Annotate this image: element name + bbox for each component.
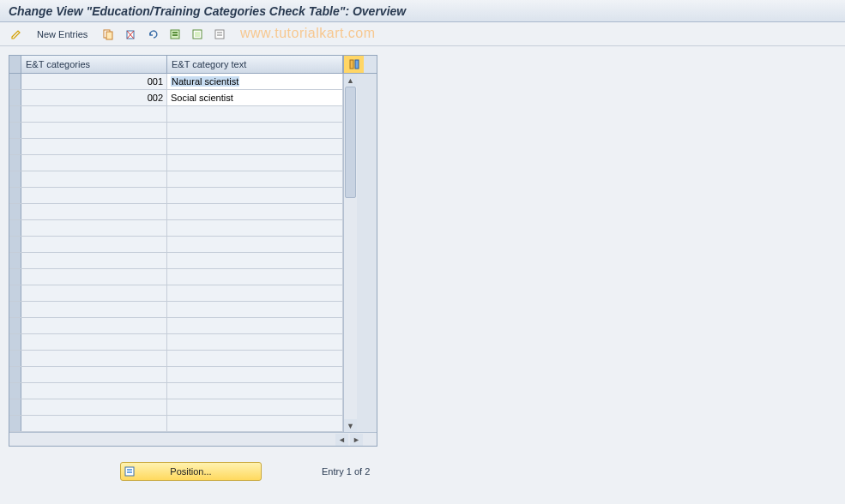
cell-category[interactable] bbox=[21, 351, 167, 366]
cell-category[interactable] bbox=[21, 171, 167, 187]
change-icon[interactable] bbox=[7, 26, 26, 43]
table-row[interactable] bbox=[9, 253, 343, 269]
table-row[interactable] bbox=[9, 188, 343, 204]
column-header-category-text[interactable]: E&T category text bbox=[167, 56, 343, 73]
row-selector[interactable] bbox=[9, 285, 21, 301]
table-row[interactable] bbox=[9, 399, 343, 416]
table-row[interactable] bbox=[9, 416, 343, 432]
table-row[interactable] bbox=[9, 123, 343, 139]
row-selector[interactable] bbox=[9, 155, 21, 171]
deselect-all-icon[interactable] bbox=[210, 26, 229, 43]
scroll-up-icon[interactable]: ▲ bbox=[344, 74, 357, 87]
delete-icon[interactable] bbox=[121, 26, 140, 43]
cell-category[interactable] bbox=[21, 106, 167, 122]
table-row[interactable] bbox=[9, 220, 343, 237]
cell-category-text[interactable] bbox=[167, 285, 343, 301]
cell-category-text[interactable] bbox=[167, 334, 343, 350]
cell-category[interactable] bbox=[21, 139, 167, 154]
cell-category[interactable] bbox=[21, 302, 167, 317]
row-selector[interactable] bbox=[9, 416, 21, 431]
scroll-down-icon[interactable]: ▼ bbox=[344, 419, 357, 432]
cell-category[interactable] bbox=[21, 399, 167, 415]
select-block-icon[interactable] bbox=[188, 26, 207, 43]
table-row[interactable]: 002Social scientist bbox=[9, 90, 343, 106]
row-selector[interactable] bbox=[9, 204, 21, 219]
cell-category[interactable] bbox=[21, 237, 167, 252]
cell-category[interactable] bbox=[21, 204, 167, 219]
cell-category[interactable] bbox=[21, 123, 167, 138]
row-selector[interactable] bbox=[9, 171, 21, 187]
row-selector[interactable] bbox=[9, 367, 21, 382]
cell-category-text[interactable] bbox=[167, 399, 343, 415]
table-row[interactable] bbox=[9, 155, 343, 171]
row-selector[interactable] bbox=[9, 302, 21, 317]
cell-category-text[interactable] bbox=[167, 123, 343, 138]
table-row[interactable] bbox=[9, 237, 343, 253]
row-selector[interactable] bbox=[9, 220, 21, 236]
cell-category[interactable] bbox=[21, 334, 167, 350]
cell-category-text[interactable] bbox=[167, 351, 343, 366]
cell-category-text[interactable] bbox=[167, 188, 343, 203]
row-selector[interactable] bbox=[9, 399, 21, 415]
row-selector[interactable] bbox=[9, 383, 21, 399]
table-row[interactable] bbox=[9, 139, 343, 155]
table-row[interactable] bbox=[9, 269, 343, 285]
cell-category[interactable] bbox=[21, 416, 167, 431]
row-selector[interactable] bbox=[9, 74, 21, 89]
cell-category-text[interactable] bbox=[167, 204, 343, 219]
select-all-column-header[interactable] bbox=[9, 56, 21, 73]
cell-category[interactable] bbox=[21, 318, 167, 333]
cell-category[interactable] bbox=[21, 253, 167, 268]
cell-category-text[interactable] bbox=[167, 367, 343, 382]
cell-category[interactable] bbox=[21, 155, 167, 171]
undo-icon[interactable] bbox=[143, 26, 162, 43]
table-row[interactable] bbox=[9, 106, 343, 123]
row-selector[interactable] bbox=[9, 106, 21, 122]
table-row[interactable] bbox=[9, 334, 343, 351]
table-row[interactable] bbox=[9, 285, 343, 302]
cell-category[interactable] bbox=[21, 285, 167, 301]
row-selector[interactable] bbox=[9, 188, 21, 203]
cell-category[interactable] bbox=[21, 367, 167, 382]
row-selector[interactable] bbox=[9, 90, 21, 105]
cell-category-text[interactable]: Social scientist bbox=[167, 90, 343, 105]
cell-category[interactable] bbox=[21, 269, 167, 285]
cell-category-text[interactable] bbox=[167, 416, 343, 431]
cell-category-text[interactable] bbox=[167, 302, 343, 317]
table-settings-icon[interactable] bbox=[343, 56, 364, 73]
scroll-right-icon[interactable]: ► bbox=[350, 434, 363, 446]
cell-category-text[interactable] bbox=[167, 237, 343, 252]
scroll-left-icon[interactable]: ◄ bbox=[335, 434, 348, 446]
vertical-scrollbar[interactable]: ▲ ▼ bbox=[343, 74, 357, 432]
cell-category[interactable]: 002 bbox=[21, 90, 167, 105]
table-row[interactable] bbox=[9, 318, 343, 334]
cell-category-text[interactable] bbox=[167, 220, 343, 236]
cell-category-text[interactable] bbox=[167, 106, 343, 122]
table-row[interactable] bbox=[9, 383, 343, 399]
cell-category-text[interactable]: Natural scientist bbox=[167, 74, 343, 89]
cell-category-text[interactable] bbox=[167, 139, 343, 154]
row-selector[interactable] bbox=[9, 123, 21, 138]
table-row[interactable] bbox=[9, 204, 343, 220]
table-row[interactable] bbox=[9, 302, 343, 318]
table-row[interactable] bbox=[9, 171, 343, 188]
row-selector[interactable] bbox=[9, 318, 21, 333]
row-selector[interactable] bbox=[9, 351, 21, 366]
horizontal-scrollbar[interactable]: ◄ ► bbox=[9, 432, 377, 446]
cell-category-text[interactable] bbox=[167, 171, 343, 187]
row-selector[interactable] bbox=[9, 237, 21, 252]
copy-icon[interactable] bbox=[99, 26, 118, 43]
cell-category-text[interactable] bbox=[167, 318, 343, 333]
cell-category-text[interactable] bbox=[167, 383, 343, 399]
scrollbar-thumb[interactable] bbox=[345, 87, 356, 198]
cell-category[interactable] bbox=[21, 188, 167, 203]
new-entries-button[interactable]: New Entries bbox=[29, 26, 95, 43]
cell-category-text[interactable] bbox=[167, 155, 343, 171]
table-row[interactable]: 001Natural scientist bbox=[9, 74, 343, 90]
row-selector[interactable] bbox=[9, 269, 21, 285]
cell-category-text[interactable] bbox=[167, 253, 343, 268]
table-row[interactable] bbox=[9, 367, 343, 383]
select-all-icon[interactable] bbox=[166, 26, 184, 43]
column-header-categories[interactable]: E&T categories bbox=[21, 56, 167, 73]
cell-category-text[interactable] bbox=[167, 269, 343, 285]
